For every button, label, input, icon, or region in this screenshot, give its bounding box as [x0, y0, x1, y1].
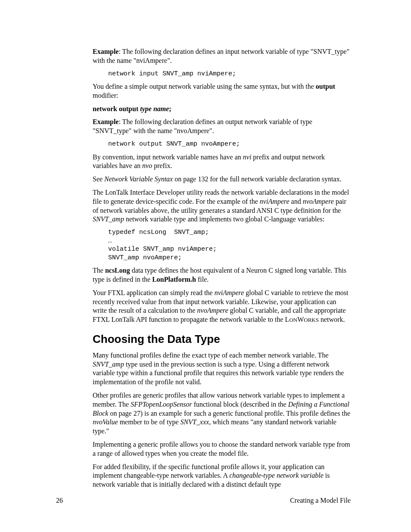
keyword-output: output	[316, 83, 335, 90]
term-nviAmpere: nviAmpere	[215, 289, 244, 296]
code-block-2: network output SNVT_amp nvoAmpere;	[108, 140, 351, 149]
paragraph-ncslong: The ncsLong data type defines the host e…	[93, 266, 351, 284]
term-ncslong: ncsLong	[105, 267, 130, 274]
keyword: network output	[93, 105, 140, 112]
paragraph-s1: Many functional profiles define the exac…	[93, 351, 351, 387]
text: type used in the previous section is suc…	[93, 361, 344, 386]
text: : The following declaration defines an o…	[93, 118, 312, 134]
page-footer: 26 Creating a Model File	[56, 496, 351, 505]
paragraph-example-1: Example: The following declaration defin…	[93, 47, 351, 65]
paragraph-example-2: Example: The following declaration defin…	[93, 118, 351, 136]
text: file.	[196, 276, 209, 283]
placeholder-type-name: type name	[140, 105, 169, 112]
paragraph-ftxl-app: Your FTXL application can simply read th…	[93, 289, 351, 324]
term-snvt-amp: SNVT_amp	[93, 361, 124, 368]
smallcaps-on: ON	[289, 317, 297, 323]
term-nvo: nvo	[142, 162, 152, 169]
text: member to be of type	[118, 418, 181, 426]
text: network.	[319, 316, 345, 323]
term-nvovalue: nvoValue	[93, 418, 118, 426]
footer-title: Creating a Model File	[290, 496, 351, 505]
text: See	[93, 175, 104, 183]
label-example: Example	[93, 118, 118, 125]
page-content: Example: The following declaration defin…	[0, 0, 411, 489]
heading-choosing-data-type: Choosing the Data Type	[93, 332, 351, 347]
paragraph-s3: Implementing a generic profile allows yo…	[93, 440, 351, 458]
paragraph-s2: Other profiles are generic profiles that…	[93, 391, 351, 436]
code-block-1: network input SNVT_amp nviAmpere;	[108, 70, 351, 78]
paragraph-output-modifier: You define a simple output network varia…	[93, 82, 351, 100]
term-changeable-type-nv: changeable-type network variable	[229, 472, 324, 479]
text: The	[93, 267, 105, 274]
page-number: 26	[56, 496, 63, 505]
text: modifier:	[93, 92, 118, 99]
smallcaps-orks: ORKS	[304, 317, 319, 323]
text: Your FTXL application can simply read th…	[93, 289, 215, 296]
text: functional block (described in the	[192, 401, 288, 408]
syntax-network-output: network output type name;	[93, 105, 351, 114]
label-example: Example	[93, 48, 118, 55]
term-snvt-amp: SNVT_amp	[93, 215, 124, 223]
term-nviAmpere: nviAmpere	[260, 198, 290, 205]
paragraph-s4: For added flexibility, if the specific f…	[93, 463, 351, 489]
text: on page 27) is an example for such a gen…	[108, 410, 350, 417]
text: You define a simple output network varia…	[93, 83, 316, 90]
text: : The following declaration defines an i…	[93, 48, 349, 64]
code-block-3: typedef ncsLong SNVT_amp; … volatile SNV…	[108, 228, 351, 262]
paragraph-lontalk-utility: The LonTalk Interface Developer utility …	[93, 188, 351, 224]
text: prefix.	[152, 162, 172, 169]
paragraph-convention: By convention, input network variable na…	[93, 153, 351, 171]
term-lonplatform-h: LonPlatform.h	[152, 276, 196, 283]
term-nvoAmpere: nvoAmpere	[197, 307, 228, 314]
term-sfptopenloopsensor: SFPTopenLoopSensor	[131, 401, 192, 408]
text: on page 132 for the full network variabl…	[173, 175, 341, 183]
term-nvoAmpere: nvoAmpere	[303, 198, 334, 205]
term-snvt-xxx: SNVT_xxx	[181, 418, 209, 426]
text: By convention, input network variable na…	[93, 153, 243, 161]
text: ;	[169, 105, 171, 112]
paragraph-see-syntax: See Network Variable Syntax on page 132 …	[93, 175, 351, 184]
text: data type defines the host equivalent of…	[93, 267, 346, 283]
text: network variable type and implements two…	[124, 215, 324, 223]
text: Many functional profiles define the exac…	[93, 352, 328, 359]
term-nvi: nvi	[243, 153, 252, 161]
text: W	[297, 316, 304, 323]
text: and	[290, 198, 303, 205]
xref-network-variable-syntax: Network Variable Syntax	[104, 175, 173, 183]
